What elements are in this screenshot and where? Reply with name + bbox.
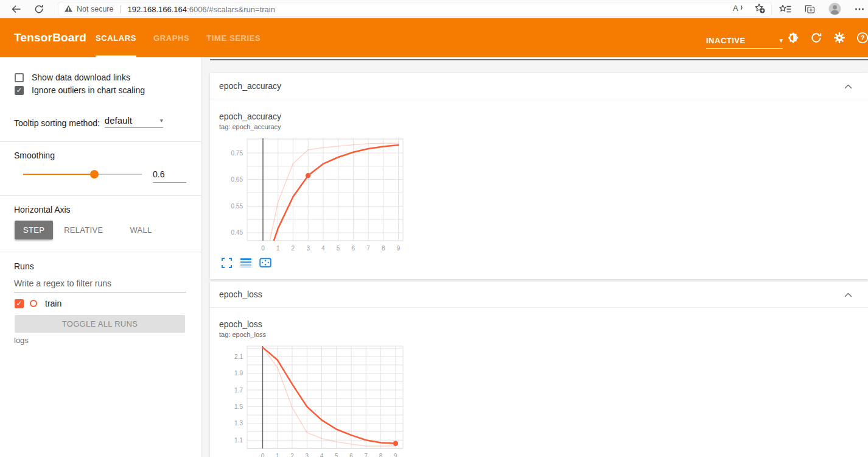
svg-text:0.75: 0.75 [231,150,243,157]
toggle-all-runs-button[interactable]: TOGGLE ALL RUNS [15,315,185,333]
epoch-loss-chart[interactable]: 1.11.31.51.71.92.10123456789 [219,344,409,457]
svg-text:0.55: 0.55 [231,203,243,210]
tab-graphs[interactable]: GRAPHS [153,18,189,57]
favorites-bar-icon[interactable] [779,4,791,16]
svg-text:5: 5 [337,245,340,252]
url-host: 192.168.166.164 [127,5,187,14]
smoothing-label: Smoothing [14,151,55,160]
axis-step-button[interactable]: STEP [15,221,53,239]
help-icon[interactable]: ? [856,32,868,44]
chevron-up-icon[interactable] [844,289,852,300]
sidebar-divider [0,141,201,142]
fit-domain-icon[interactable] [259,258,270,269]
horizontal-axis-label: Horizontal Axis [14,205,71,214]
chart-tag: tag: epoch_accuracy [219,123,868,130]
chevron-up-icon[interactable] [844,80,852,91]
browser-back-icon[interactable] [10,3,22,15]
chart-title: epoch_accuracy [219,112,868,121]
tooltip-sorting-select[interactable]: default ▾ [105,115,163,128]
sidebar-divider [0,252,201,252]
smoothing-slider[interactable] [23,174,142,175]
browser-refresh-icon[interactable] [33,3,45,15]
run-train-label: train [45,299,61,308]
dashboard-tabs: SCALARS GRAPHS TIME SERIES [96,18,261,57]
chart-title: epoch_loss [219,319,868,329]
svg-text:1.3: 1.3 [234,420,243,427]
settings-gear-icon[interactable] [833,32,845,44]
svg-text:1.1: 1.1 [234,437,243,444]
svg-text:5: 5 [335,453,338,457]
chart-tag: tag: epoch_loss [219,331,868,338]
read-aloud-icon[interactable]: A [733,4,744,15]
section-title: epoch_accuracy [219,81,281,91]
svg-text:8: 8 [379,453,383,457]
epoch-accuracy-chart[interactable]: 0.450.550.650.750123456789 [219,136,409,255]
svg-text:3: 3 [306,453,309,457]
svg-text:0: 0 [261,245,265,252]
axis-relative-button[interactable]: RELATIVE [55,221,111,239]
svg-text:1.7: 1.7 [234,387,243,394]
browser-menu-icon[interactable] [855,4,864,16]
dark-mode-toggle-icon[interactable] [787,32,799,44]
ignore-outliers-checkbox[interactable]: ✓ [15,86,24,95]
svg-text:0.65: 0.65 [231,176,243,183]
reload-status-dropdown[interactable]: INACTIVE ▾ [706,33,783,49]
svg-text:1.9: 1.9 [234,370,243,377]
svg-text:2: 2 [292,245,295,252]
runs-filter-input[interactable] [14,278,186,292]
chevron-down-icon: ▾ [779,37,783,44]
collections-icon[interactable] [805,4,815,16]
epoch-accuracy-section-header[interactable]: epoch_accuracy [210,73,868,99]
tooltip-sorting-label: Tooltip sorting method: [14,118,100,128]
address-bar[interactable]: Not secure 192.168.166.164:6006/#scalars… [58,2,772,16]
epoch-loss-section-header[interactable]: epoch_loss [210,282,868,308]
profile-avatar[interactable] [828,2,841,18]
svg-text:9: 9 [394,453,397,457]
settings-sidebar: Show data download links ✓ Ignore outlie… [0,57,201,457]
ignore-outliers-label: Ignore outliers in chart scaling [32,85,145,95]
svg-text:0: 0 [261,453,265,457]
log-dir-label: logs [14,336,29,345]
svg-text:1: 1 [276,453,279,457]
svg-text:4: 4 [321,245,325,252]
address-separator [120,5,121,13]
refresh-data-icon[interactable] [810,32,822,44]
axis-wall-button[interactable]: WALL [121,221,160,239]
smoothing-slider-thumb[interactable] [90,170,99,179]
tab-time-series[interactable]: TIME SERIES [206,18,261,57]
svg-text:2.1: 2.1 [234,353,243,360]
show-download-links-label: Show data download links [32,73,130,82]
add-favorite-icon[interactable] [754,3,765,16]
run-color-swatch [30,300,37,307]
svg-text:6: 6 [352,245,355,252]
tooltip-sorting-value: default [105,115,132,126]
smoothing-value[interactable]: 0.6 [153,169,186,183]
tensorboard-header: TensorBoard SCALARS GRAPHS TIME SERIES I… [0,18,868,57]
svg-text:1.5: 1.5 [234,403,243,410]
smoothing-slider-fill [23,174,94,175]
svg-text:9: 9 [397,245,401,252]
show-download-links-checkbox[interactable] [15,73,24,82]
svg-text:0.45: 0.45 [231,229,243,236]
tensorboard-logo: TensorBoard [14,18,86,57]
tab-scalars[interactable]: SCALARS [96,18,136,57]
svg-text:7: 7 [366,245,370,252]
run-train-checkbox[interactable]: ✓ [15,299,24,308]
svg-text:8: 8 [382,245,385,252]
log-scale-toggle-icon[interactable] [240,258,251,269]
svg-text:6: 6 [349,453,353,457]
not-secure-warning-icon [65,4,72,15]
browser-toolbar: Not secure 192.168.166.164:6006/#scalars… [0,0,868,18]
epoch-loss-card: epoch_loss epoch_loss tag: epoch_loss 1.… [210,282,868,457]
url-text: 192.168.166.164:6006/#scalars&run=train [127,5,275,14]
filter-tags-underline [210,59,868,60]
svg-text:A: A [733,4,738,12]
epoch-accuracy-card: epoch_accuracy epoch_accuracy tag: epoch… [210,73,868,279]
svg-text:3: 3 [306,245,310,252]
section-title: epoch_loss [219,289,262,299]
expand-chart-icon[interactable] [222,258,233,269]
svg-text:4: 4 [320,453,324,457]
url-rest: :6006/#scalars&run=train [187,5,275,14]
svg-text:2: 2 [290,453,294,457]
sidebar-divider [0,195,201,196]
